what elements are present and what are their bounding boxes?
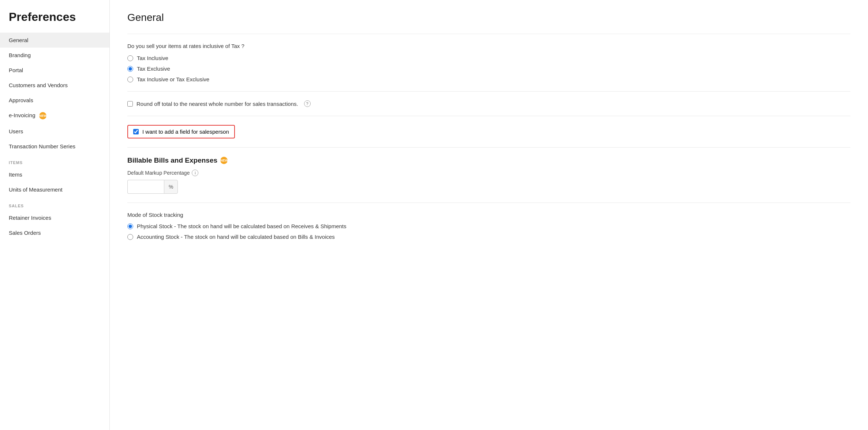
sidebar-item-general[interactable]: General <box>0 33 109 48</box>
markup-help-icon[interactable]: i <box>192 170 198 176</box>
radio-tax-inclusive-or-exclusive[interactable]: Tax Inclusive or Tax Exclusive <box>127 76 850 82</box>
tax-question: Do you sell your items at rates inclusiv… <box>127 43 850 49</box>
round-off-help-icon[interactable]: ? <box>304 100 311 107</box>
sidebar-title: Preferences <box>0 0 109 33</box>
radio-physical-stock[interactable]: Physical Stock - The stock on hand will … <box>127 223 850 229</box>
tax-section: Do you sell your items at rates inclusiv… <box>127 43 850 82</box>
salesperson-checkbox[interactable] <box>133 129 139 134</box>
sidebar-item-portal[interactable]: Portal <box>0 63 109 78</box>
billable-section: Billable Bills and Expenses NEW Default … <box>127 156 850 194</box>
sidebar-item-branding[interactable]: Branding <box>0 48 109 63</box>
main-content: General Do you sell your items at rates … <box>110 0 868 430</box>
radio-tax-exclusive-input[interactable] <box>127 66 133 72</box>
billable-badge: NEW <box>220 157 228 164</box>
sidebar-item-units-of-measurement[interactable]: Units of Measurement <box>0 182 109 197</box>
salesperson-highlight: I want to add a field for salesperson <box>127 125 235 138</box>
stock-title: Mode of Stock tracking <box>127 212 850 218</box>
markup-input-row: % <box>127 180 850 194</box>
section-label-items: ITEMS <box>0 154 109 167</box>
salesperson-row: I want to add a field for salesperson <box>127 125 850 138</box>
markup-label: Default Markup Percentage i <box>127 170 850 176</box>
markup-percent-label: % <box>164 180 178 194</box>
divider-4 <box>127 147 850 148</box>
divider-2 <box>127 91 850 92</box>
radio-tax-exclusive[interactable]: Tax Exclusive <box>127 66 850 72</box>
sidebar-item-users[interactable]: Users <box>0 124 109 139</box>
radio-tax-inclusive-input[interactable] <box>127 55 133 61</box>
radio-accounting-stock[interactable]: Accounting Stock - The stock on hand wil… <box>127 234 850 240</box>
radio-tax-inclusive[interactable]: Tax Inclusive <box>127 55 850 61</box>
tax-radio-group: Tax Inclusive Tax Exclusive Tax Inclusiv… <box>127 55 850 82</box>
round-off-checkbox[interactable] <box>127 101 133 107</box>
radio-physical-stock-input[interactable] <box>127 223 133 229</box>
stock-radio-group: Physical Stock - The stock on hand will … <box>127 223 850 240</box>
sidebar: Preferences General Branding Portal Cust… <box>0 0 110 430</box>
stock-section: Mode of Stock tracking Physical Stock - … <box>127 212 850 240</box>
radio-accounting-stock-input[interactable] <box>127 234 133 240</box>
divider-3 <box>127 116 850 116</box>
divider-5 <box>127 203 850 203</box>
round-off-row: Round off total to the nearest whole num… <box>127 100 850 107</box>
radio-tax-inclusive-or-exclusive-input[interactable] <box>127 77 133 82</box>
sidebar-item-approvals[interactable]: Approvals <box>0 93 109 108</box>
sidebar-item-transaction-number-series[interactable]: Transaction Number Series <box>0 139 109 154</box>
markup-input[interactable] <box>127 180 164 194</box>
divider-top <box>127 34 850 34</box>
section-label-sales: SALES <box>0 197 109 210</box>
sidebar-item-sales-orders[interactable]: Sales Orders <box>0 225 109 240</box>
e-invoicing-badge: NEW <box>39 112 46 119</box>
sidebar-item-e-invoicing[interactable]: e-Invoicing NEW <box>0 108 109 124</box>
page-title: General <box>127 12 850 23</box>
sidebar-item-items[interactable]: Items <box>0 167 109 182</box>
billable-title: Billable Bills and Expenses NEW <box>127 156 850 164</box>
sidebar-item-retainer-invoices[interactable]: Retainer Invoices <box>0 210 109 225</box>
sidebar-item-customers-vendors[interactable]: Customers and Vendors <box>0 78 109 93</box>
